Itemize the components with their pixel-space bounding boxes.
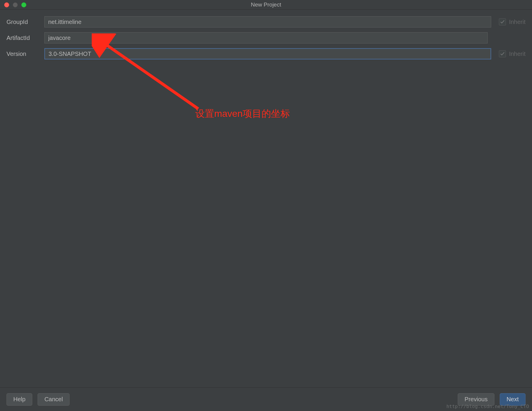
artifactid-input[interactable] (44, 32, 488, 43)
groupid-label: GroupId (7, 19, 44, 25)
checkmark-icon (500, 20, 505, 24)
cancel-button[interactable]: Cancel (38, 393, 70, 406)
groupid-input[interactable] (44, 16, 491, 27)
content-area: GroupId Inherit ArtifactId Version Inher… (0, 10, 532, 59)
version-inherit: Inherit (499, 50, 525, 57)
maximize-window-icon[interactable] (21, 2, 26, 7)
version-row: Version Inherit (7, 48, 525, 59)
checkmark-icon (500, 51, 505, 56)
groupid-inherit-label: Inherit (509, 19, 525, 25)
version-inherit-label: Inherit (509, 51, 525, 57)
artifactid-label: ArtifactId (7, 35, 44, 41)
version-input[interactable] (44, 48, 491, 59)
footer-left: Help Cancel (7, 393, 70, 406)
version-label: Version (7, 51, 44, 57)
traffic-lights (0, 2, 26, 7)
minimize-window-icon[interactable] (13, 2, 18, 7)
groupid-row: GroupId Inherit (7, 16, 525, 27)
window-title: New Project (251, 1, 281, 8)
annotation-text: 设置maven项目的坐标 (195, 107, 290, 120)
annotation-arrow-icon (92, 33, 213, 119)
groupid-inherit-checkbox[interactable] (499, 18, 506, 25)
help-button[interactable]: Help (7, 393, 32, 406)
titlebar: New Project (0, 0, 532, 10)
close-window-icon[interactable] (4, 2, 9, 7)
artifactid-row: ArtifactId (7, 32, 525, 43)
watermark: http://blog.csdn.net/Tony_CTO (446, 404, 529, 409)
version-inherit-checkbox[interactable] (499, 50, 506, 57)
groupid-inherit: Inherit (499, 18, 525, 25)
